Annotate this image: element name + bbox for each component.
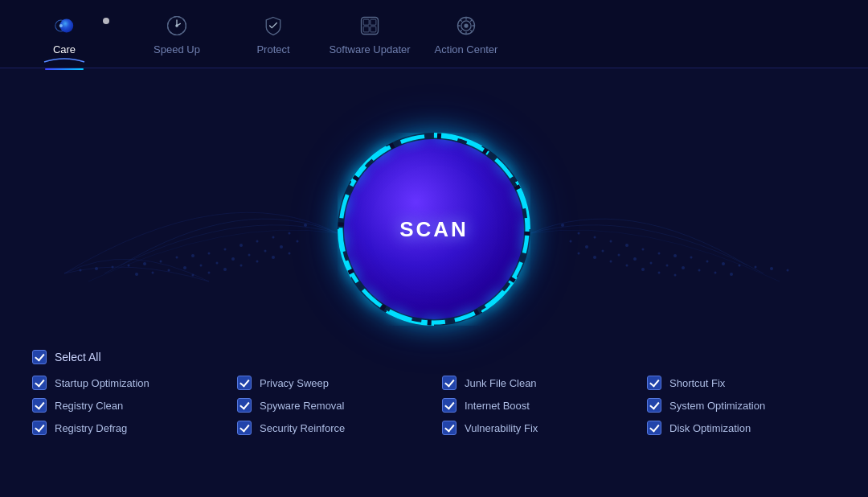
- svg-point-70: [698, 269, 701, 272]
- registry-clean-label: Registry Clean: [55, 400, 123, 412]
- care-icon: [51, 13, 77, 39]
- svg-point-34: [216, 262, 219, 265]
- svg-point-58: [739, 265, 741, 267]
- scan-button-wrapper: SCAN: [338, 133, 530, 326]
- scan-arc-svg: [338, 133, 530, 326]
- svg-point-17: [256, 240, 259, 243]
- checkbox-privacy-sweep[interactable]: Privacy Sweep: [237, 376, 426, 390]
- nav-item-software-updater[interactable]: Software Updater: [321, 0, 418, 68]
- svg-point-13: [464, 23, 468, 27]
- system-optimization-checkbox[interactable]: [647, 398, 661, 413]
- svg-point-32: [248, 254, 251, 257]
- startup-optimization-checkbox[interactable]: [32, 376, 47, 390]
- svg-point-14: [304, 224, 307, 227]
- junk-file-clean-label: Junk File Clean: [465, 377, 537, 389]
- svg-point-61: [787, 269, 789, 272]
- svg-point-29: [297, 240, 299, 243]
- spyware-removal-label: Spyware Removal: [260, 400, 345, 412]
- disk-optimization-checkbox[interactable]: [647, 421, 661, 435]
- security-reinforce-checkbox[interactable]: [237, 421, 252, 435]
- shortcut-fix-label: Shortcut Fix: [669, 377, 725, 389]
- registry-clean-checkbox[interactable]: [32, 398, 47, 413]
- svg-point-67: [650, 262, 653, 265]
- shortcut-fix-checkbox[interactable]: [647, 376, 661, 390]
- vulnerability-fix-checkbox[interactable]: [442, 421, 457, 435]
- svg-point-57: [722, 262, 725, 265]
- nav-item-care[interactable]: Care: [16, 0, 113, 68]
- svg-point-35: [200, 265, 203, 267]
- svg-point-20: [208, 253, 211, 255]
- svg-point-80: [341, 136, 527, 322]
- svg-point-38: [152, 272, 154, 274]
- svg-point-68: [666, 265, 669, 267]
- checkbox-registry-clean[interactable]: Registry Clean: [32, 398, 221, 413]
- registry-defrag-label: Registry Defrag: [55, 422, 127, 434]
- svg-rect-9: [363, 26, 369, 31]
- svg-point-56: [706, 261, 709, 263]
- system-optimization-label: System Optimization: [669, 400, 765, 412]
- svg-point-33: [231, 257, 235, 261]
- svg-point-40: [289, 253, 291, 255]
- nav-label-protect: Protect: [256, 43, 289, 55]
- main-content: SCAN Select All Startup Optimization Pri…: [0, 68, 868, 497]
- internet-boost-label: Internet Boost: [465, 400, 530, 412]
- svg-point-71: [714, 272, 717, 274]
- svg-point-15: [289, 232, 291, 235]
- svg-point-42: [256, 261, 259, 263]
- svg-point-21: [191, 254, 194, 257]
- junk-file-clean-checkbox[interactable]: [442, 376, 457, 390]
- checkbox-vulnerability-fix[interactable]: Vulnerability Fix: [442, 421, 631, 435]
- svg-point-2: [59, 23, 63, 27]
- svg-rect-8: [371, 19, 376, 25]
- checkbox-shortcut-fix[interactable]: Shortcut Fix: [647, 376, 836, 390]
- select-all-row[interactable]: Select All: [32, 350, 836, 364]
- svg-point-50: [610, 240, 612, 243]
- privacy-sweep-label: Privacy Sweep: [260, 377, 329, 389]
- svg-point-65: [618, 254, 620, 257]
- svg-point-48: [578, 232, 580, 235]
- spyware-removal-checkbox[interactable]: [237, 398, 252, 413]
- svg-point-16: [272, 236, 275, 239]
- svg-point-27: [95, 267, 98, 270]
- checkbox-disk-optimization[interactable]: Disk Optimization: [647, 421, 836, 435]
- protect-icon: [260, 13, 286, 39]
- registry-defrag-checkbox[interactable]: [32, 421, 47, 435]
- svg-point-22: [176, 257, 178, 259]
- svg-rect-10: [371, 26, 376, 31]
- nav-item-protect[interactable]: Protect: [225, 0, 321, 68]
- checkbox-security-reinforce[interactable]: Security Reinforce: [237, 421, 426, 435]
- checkbox-grid: Startup Optimization Privacy Sweep Junk …: [32, 376, 836, 435]
- svg-point-47: [561, 224, 564, 227]
- svg-point-26: [112, 266, 114, 269]
- select-all-checkbox[interactable]: [32, 350, 47, 364]
- privacy-sweep-checkbox[interactable]: [237, 376, 252, 390]
- select-all-label: Select All: [55, 351, 101, 364]
- svg-point-19: [224, 249, 227, 251]
- svg-point-76: [626, 265, 628, 267]
- vulnerability-fix-label: Vulnerability Fix: [465, 422, 538, 434]
- svg-point-73: [578, 253, 580, 255]
- checkbox-system-optimization[interactable]: System Optimization: [647, 398, 836, 413]
- svg-point-45: [208, 272, 211, 274]
- svg-point-69: [682, 266, 685, 269]
- internet-boost-checkbox[interactable]: [442, 398, 457, 413]
- svg-point-54: [674, 254, 677, 257]
- scan-outer-ring: SCAN: [338, 133, 530, 326]
- svg-point-53: [658, 253, 661, 255]
- action-center-icon: [453, 13, 479, 39]
- startup-optimization-label: Startup Optimization: [55, 377, 149, 389]
- checkbox-spyware-removal[interactable]: Spyware Removal: [237, 398, 426, 413]
- svg-point-39: [135, 273, 138, 276]
- checkbox-internet-boost[interactable]: Internet Boost: [442, 398, 631, 413]
- svg-point-30: [280, 245, 283, 249]
- svg-point-31: [264, 250, 267, 253]
- svg-point-52: [642, 249, 645, 251]
- svg-point-55: [690, 257, 693, 259]
- checkbox-junk-file-clean[interactable]: Junk File Clean: [442, 376, 631, 390]
- svg-point-77: [641, 268, 645, 271]
- checkbox-startup-optimization[interactable]: Startup Optimization: [32, 376, 221, 390]
- checkbox-registry-defrag[interactable]: Registry Defrag: [32, 421, 221, 435]
- svg-point-51: [625, 244, 628, 247]
- nav-item-speed-up[interactable]: Speed Up: [129, 0, 225, 68]
- nav-item-action-center[interactable]: Action Center: [418, 0, 514, 68]
